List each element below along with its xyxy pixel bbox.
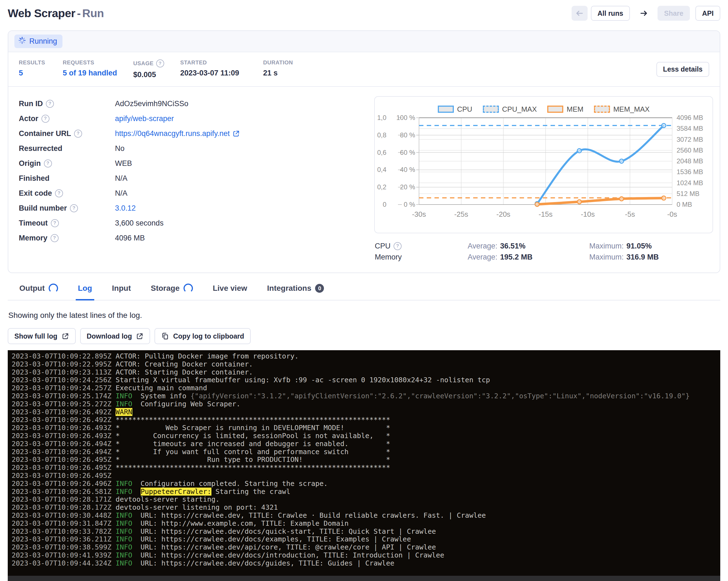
usage-summary: CPU?Average:36.51%Maximum:91.05%MemoryAv…: [374, 240, 713, 263]
chart-tick-label: 0: [383, 201, 386, 208]
log-segment-msg: URL: https://crawlee.dev/api/core, TITLE…: [132, 543, 436, 551]
help-question-icon[interactable]: ?: [51, 219, 59, 227]
chart-tick-label: 3584 MB: [677, 125, 703, 132]
field-label-text: Build number: [19, 204, 67, 213]
log-segment-msg: URL: https://crawlee.dev, TITLE: Crawlee…: [132, 511, 486, 519]
tab-live-view[interactable]: Live view: [211, 280, 250, 300]
log-segment-ts: 2023-03-07T10:09:36.211Z: [11, 535, 115, 543]
field-label: Actor?: [19, 114, 115, 123]
tab-output[interactable]: Output: [17, 280, 60, 300]
status-badge: Running: [15, 34, 62, 48]
chart-tick-label: 40 %: [400, 166, 415, 173]
copy-log-button-label: Copy log to clipboard: [173, 332, 244, 340]
log-segment-info: INFO: [115, 535, 132, 543]
tab-integrations[interactable]: Integrations0: [265, 280, 326, 300]
stat-value[interactable]: 5 of 19 handled: [63, 69, 133, 77]
usage-label-text: CPU: [375, 242, 391, 250]
log-horizontal-scrollbar[interactable]: [8, 576, 720, 581]
next-run-button[interactable]: [636, 6, 651, 21]
data-point-cpu: [619, 159, 624, 163]
field-value-text: WEB: [115, 159, 132, 168]
tab-input[interactable]: Input: [110, 280, 133, 300]
log-segment-msg: * If you want full control and performan…: [115, 448, 390, 456]
usage-average: Average:195.2 MB: [468, 253, 589, 262]
stat-label: USAGE?: [133, 59, 180, 68]
log-segment-info: INFO: [115, 480, 132, 487]
tab-storage[interactable]: Storage: [149, 280, 195, 300]
help-question-icon[interactable]: ?: [44, 159, 52, 167]
log-segment-info: INFO: [115, 511, 132, 519]
run-tabs: OutputLogInputStorageLive viewIntegratio…: [8, 280, 720, 300]
chart-tick-label: -30s: [412, 210, 426, 218]
usage-label: Memory: [375, 253, 468, 262]
field-label-text: Timeout: [19, 219, 48, 228]
usage-label: CPU?: [375, 242, 468, 250]
log-segment-ts: 2023-03-07T10:09:26.495Z: [11, 472, 115, 480]
data-point-cpu: [662, 124, 666, 128]
field-value[interactable]: 3.0.12: [115, 204, 136, 213]
download-log-button[interactable]: Download log: [80, 328, 150, 344]
field-value: 3,600 seconds: [115, 219, 164, 228]
legend-item-cpu-max: CPU_MAX: [483, 105, 537, 114]
usage-maximum: Maximum:316.9 MB: [589, 253, 659, 262]
help-question-icon[interactable]: ?: [156, 59, 164, 68]
field-label: Build number?: [19, 204, 115, 213]
field-label: Origin?: [19, 159, 115, 168]
page-title-actor: Web Scraper: [8, 7, 75, 20]
log-segment-ts: 2023-03-07T10:09:24.256Z: [11, 376, 115, 384]
copy-log-button[interactable]: Copy log to clipboard: [155, 328, 251, 344]
api-button[interactable]: API: [695, 6, 720, 21]
log-segment-msg: ACTOR: Creating Docker container.: [115, 360, 253, 368]
stats: RESULTS5REQUESTS5 of 19 handledUSAGE?$0.…: [19, 59, 324, 79]
log-segment-dim: {"apifyVersion":"3.1.2","apifyClientVers…: [190, 392, 690, 400]
series-line-mem: [537, 198, 664, 205]
help-question-icon[interactable]: ?: [46, 100, 54, 108]
stat-label: STARTED: [180, 59, 263, 66]
log-segment-msg: Starting the crawl: [211, 487, 290, 496]
log-segment-ts: 2023-03-07T10:09:30.448Z: [11, 511, 115, 519]
external-link-icon: [232, 130, 240, 137]
data-point-mem: [619, 197, 624, 201]
log-segment-info: INFO: [115, 559, 132, 567]
log-segment-msg: URL: https://crawlee.dev/docs/introducti…: [132, 551, 444, 559]
log-segment-msg: ****************************************…: [115, 464, 390, 472]
log-segment-msg: ACTOR: Pulling Docker image from reposit…: [115, 352, 298, 360]
chart-tick-label: 0 MB: [677, 201, 692, 208]
log-segment-info: INFO: [115, 487, 132, 496]
log-segment-ts: 2023-03-07T10:09:44.324Z: [11, 559, 115, 567]
field-label-text: Exit code: [19, 189, 52, 197]
log-segment-msg: URL: http://www.example.com, TITLE: Exam…: [132, 519, 349, 527]
chart-tick-label: -5s: [625, 210, 635, 218]
log-segment-ts: 2023-03-07T10:09:38.599Z: [11, 543, 115, 551]
field-value[interactable]: https://0q64wnacgyft.runs.apify.net: [115, 129, 240, 138]
stat-value[interactable]: 5: [19, 69, 63, 77]
less-details-button[interactable]: Less details: [656, 62, 709, 77]
field-label: Resurrected: [19, 144, 115, 153]
log-segment-hl: PuppeteerCrawler:: [141, 487, 211, 496]
log-segment-ts: 2023-03-07T10:09:31.847Z: [11, 519, 115, 527]
help-question-icon[interactable]: ?: [55, 189, 63, 197]
tab-label: Input: [112, 284, 131, 293]
toolbar: All runsShareAPI: [572, 6, 720, 21]
show-full-log-button[interactable]: Show full log: [8, 328, 76, 344]
help-question-icon[interactable]: ?: [394, 242, 401, 250]
help-question-icon[interactable]: ?: [42, 115, 50, 123]
field-value: N/A: [115, 174, 127, 183]
field-row-timeout: Timeout?3,600 seconds: [19, 216, 374, 231]
log-segment-msg: URL: https://crawlee.dev/docs/quick-star…: [132, 527, 436, 535]
help-question-icon[interactable]: ?: [74, 130, 82, 138]
chart-tick-label: 1,0: [377, 114, 386, 121]
log-terminal[interactable]: 2023-03-07T10:09:22.895Z ACTOR: Pulling …: [8, 350, 720, 581]
field-value[interactable]: apify/web-scraper: [115, 114, 174, 123]
legend-swatch-cpu: [438, 106, 454, 113]
log-segment-ts: 2023-03-07T10:09:22.995Z: [11, 360, 115, 368]
log-segment-msg: * timeouts are increased and debugger is…: [115, 440, 390, 448]
help-question-icon[interactable]: ?: [70, 204, 78, 212]
help-question-icon[interactable]: ?: [51, 234, 59, 242]
chart-tick-label: 512 MB: [677, 190, 700, 197]
tab-log[interactable]: Log: [76, 280, 94, 300]
log-segment-msg: Starting X virtual framebuffer using: Xv…: [115, 376, 490, 384]
all-runs-button[interactable]: All runs: [591, 6, 630, 21]
tab-label: Log: [78, 284, 92, 293]
chart-tick-label: 0,6: [377, 149, 386, 156]
